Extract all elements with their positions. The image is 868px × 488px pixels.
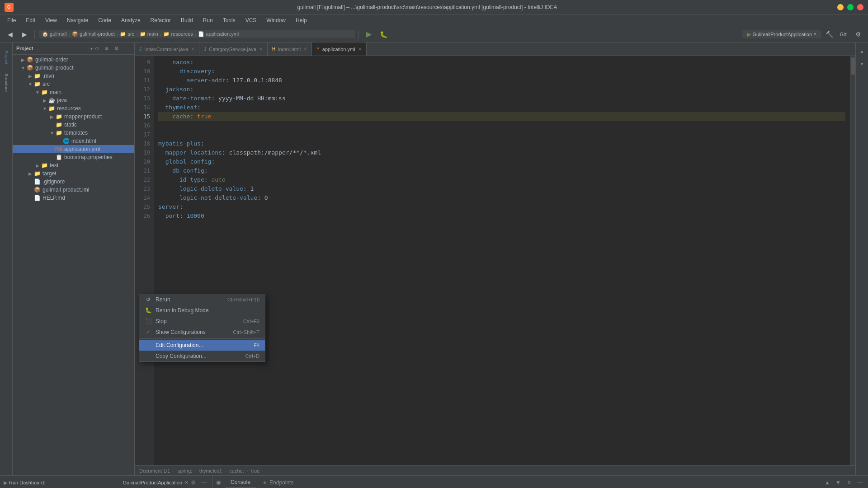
minimize-button[interactable]: ─ [837,4,844,10]
bc-resources[interactable]: 📁 resources [163,31,193,37]
tree-item-bootstrap[interactable]: 📋 bootstrap.properties [13,153,134,161]
window-controls: ─ □ ✕ [837,4,863,10]
tab-close-btn[interactable]: ✕ [303,47,307,52]
ctx-copy-config[interactable]: Copy Configuration... Ctrl+D [139,351,265,361]
tab-index-html[interactable]: H index.html ✕ [268,42,312,56]
tree-item-static[interactable]: 📁 static [13,121,134,129]
tab-indexcontroller[interactable]: J IndexController.java ✕ [135,42,199,56]
menu-analyze[interactable]: Analyze [117,16,145,25]
tree-settings-btn[interactable]: ⚙ [113,44,121,52]
bc-file[interactable]: 📄 application.yml [198,31,239,37]
line-numbers: 9 10 11 12 13 14 15 16 17 18 19 20 21 22… [135,56,154,465]
tree-item-src[interactable]: ▼ 📁 src [13,80,134,88]
menu-refactor[interactable]: Refactor [146,16,175,25]
console-tab-endpoints[interactable]: ◈ Endpoints [258,476,299,488]
tree-item-gulimall-order[interactable]: ▶ 📦 gulimall-order [13,56,134,64]
toolbar-forward-btn[interactable]: ▶ [18,28,31,40]
dash-hide-icon[interactable]: — [199,478,208,487]
tab-close-btn[interactable]: ✕ [358,47,362,52]
bc-cache[interactable]: cache: [229,468,244,474]
close-button[interactable]: ✕ [857,4,863,10]
tab-close-btn[interactable]: ✕ [191,47,194,52]
toolbar-breadcrumb[interactable]: 🏠 gulimall › 📦 gulimall-product › 📁 src … [38,30,355,38]
editor-scrollbar-v[interactable] [850,56,855,465]
ctx-rerun[interactable]: ↺ Rerun Ctrl+Shift+F10 [139,294,265,305]
bc-gulimall[interactable]: 🏠 gulimall [42,31,66,37]
bc-thymeleaf[interactable]: thymeleaf: [199,468,222,474]
ctx-show-configs[interactable]: ✓ Show Configurations Ctrl+Shift+T [139,327,265,338]
code-line-11: server-addr: 127.0.0.1:8848 [158,76,845,85]
bc-main[interactable]: 📁 main [140,31,158,37]
tab-close-btn[interactable]: ✕ [259,47,263,52]
menu-navigate[interactable]: Navigate [62,16,93,25]
toolbar-git-btn[interactable]: Git: [837,28,850,40]
menu-run[interactable]: Run [198,16,217,25]
tree-item-test[interactable]: ▶ 📁 test [13,161,134,169]
editor-content[interactable]: 9 10 11 12 13 14 15 16 17 18 19 20 21 22… [135,56,855,465]
tree-item-mapper[interactable]: ▶ 📁 mapper.product [13,113,134,121]
folder-icon: 📁 [55,113,62,120]
run-config-selector[interactable]: ▶ GulimallProductApplication ▾ [742,30,821,38]
toolbar-debug-btn[interactable]: 🐛 [377,28,390,40]
ctx-stop[interactable]: ⬛ Stop Ctrl+F2 [139,316,265,327]
tree-item-mvn[interactable]: ▶ 📁 .mvn [13,72,134,80]
bc-true[interactable]: true [251,468,259,474]
console-scroll-bottom[interactable]: ▼ [834,478,843,487]
tree-item-gitignore[interactable]: 📄 .gitignore [13,178,134,186]
ctx-rerun-debug[interactable]: 🐛 Rerun in Debug Mode [139,305,265,316]
maximize-button[interactable]: □ [847,4,854,10]
menu-help[interactable]: Help [291,16,311,25]
run-config-close-btn[interactable]: ✕ [184,479,189,486]
right-panel-icon1[interactable]: ▲ [857,46,867,56]
menu-tools[interactable]: Tools [218,16,240,25]
line-num-13: 13 [135,94,154,103]
structure-panel-icon[interactable]: Structure [1,71,11,94]
ctx-edit-config[interactable]: Edit Configuration... F4 [139,340,265,351]
tree-item-iml[interactable]: 📦 gulimall-product.iml [13,186,134,194]
console-scroll-top[interactable]: ▲ [823,478,832,487]
console-tab-console[interactable]: Console [225,476,256,488]
tree-item-resources[interactable]: ▼ 📁 resources [13,104,134,113]
toolbar-run-btn[interactable]: ▶ [363,28,375,40]
tree-item-main[interactable]: ▼ 📁 main [13,88,134,96]
code-area[interactable]: nacos: discovery: server-addr: 127.0.0.1… [154,56,850,465]
project-panel-icon[interactable]: Project [1,46,11,69]
tree-item-java[interactable]: ▶ ☕ java [13,96,134,104]
tab-application-yml[interactable]: Y application.yml ✕ [312,42,366,56]
line-num-25: 25 [135,202,154,211]
tree-arrow: ▼ [42,106,48,111]
menu-window[interactable]: Window [262,16,290,25]
tree-item-templates[interactable]: ▼ 📁 templates [13,129,134,137]
bc-spring[interactable]: spring: [177,468,192,474]
dash-settings-icon[interactable]: ⚙ [189,478,198,487]
menu-code[interactable]: Code [94,16,116,25]
toolbar-sep2 [359,30,359,39]
ctx-rerun-debug-label: Rerun in Debug Mode [156,307,208,314]
bc-src[interactable]: 📁 src [120,31,134,37]
bc-product[interactable]: 📦 gulimall-product [72,31,115,37]
menu-edit[interactable]: Edit [21,16,40,25]
tree-item-help-md[interactable]: 📄 HELP.md [13,194,134,202]
right-panel-icon2[interactable]: ▼ [857,59,867,69]
tree-close-btn[interactable]: — [123,44,131,52]
menu-view[interactable]: View [41,16,61,25]
tree-item-gulimall-product[interactable]: ▼ 📦 gulimall-product [13,64,134,72]
tree-item-target[interactable]: ▶ 📁 target [13,169,134,178]
console-close[interactable]: — [855,478,864,487]
toolbar-settings-btn[interactable]: ⚙ [852,28,864,40]
run-dashboard-title: Run Dashboard: [9,480,123,485]
tree-item-index-html[interactable]: 🌐 index.html [13,137,134,145]
tree-arrow: ▶ [42,98,48,103]
tree-locate-btn[interactable]: ⊙ [93,44,101,52]
tree-item-application-yml[interactable]: YML application.yml [13,145,134,153]
editor-and-right: J IndexController.java ✕ J CategoryServi… [135,42,855,475]
bc-doc: Document 1/1 [139,468,170,474]
tree-collapse-btn[interactable]: ≡ [103,44,111,52]
menu-build[interactable]: Build [176,16,198,25]
tab-categoryservice[interactable]: J CategoryService.java ✕ [199,42,268,56]
toolbar-back-btn[interactable]: ◀ [4,28,16,40]
console-options[interactable]: ≡ [844,478,854,487]
menu-file[interactable]: File [3,16,20,25]
toolbar-build-btn[interactable]: 🔨 [823,28,835,40]
menu-vcs[interactable]: VCS [241,16,261,25]
